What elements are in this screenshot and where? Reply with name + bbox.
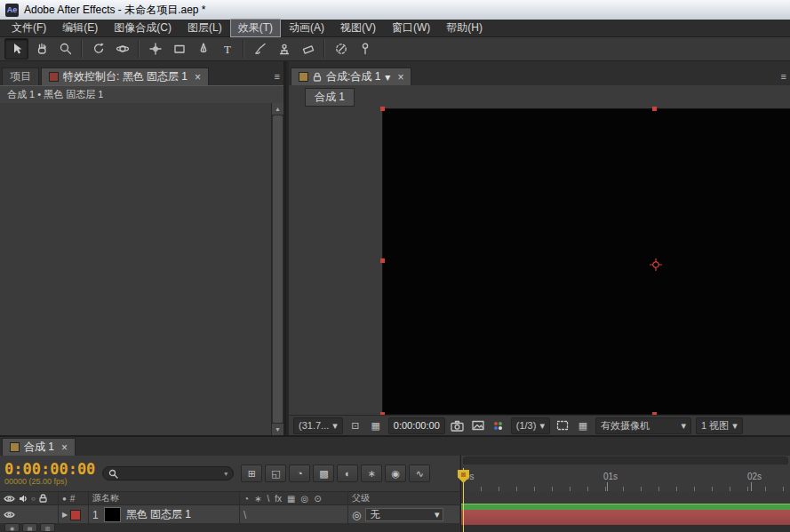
transparency-grid-icon[interactable]: ▦ [575, 418, 591, 433]
search-input[interactable] [122, 467, 220, 480]
timeline-search-box[interactable]: ▾ [102, 466, 234, 480]
tab-timeline-comp1[interactable]: 合成 1 × [2, 438, 76, 456]
show-snapshot-icon[interactable] [470, 418, 486, 433]
composition-canvas[interactable] [382, 108, 790, 415]
brainstorm-icon[interactable]: ∗ [361, 465, 382, 482]
layer-name[interactable]: 黑色 固态层 1 [126, 507, 191, 522]
rotation-tool[interactable] [87, 39, 109, 59]
puppet-pin-tool[interactable] [354, 39, 376, 59]
expand-transfer-controls-button[interactable]: ▤ [22, 523, 37, 532]
layer-switches-cell[interactable]: \ [240, 505, 348, 524]
hide-shy-layers-icon[interactable]: ◔ [289, 465, 310, 482]
grid-guides-icon[interactable]: ▦ [368, 418, 384, 433]
frame-blend-icon[interactable]: ▩ [313, 465, 334, 482]
zoom-tool[interactable] [54, 39, 76, 59]
menu-animation[interactable]: 动画(A) [281, 19, 332, 37]
scroll-down-icon[interactable]: ▼ [272, 423, 283, 435]
menu-view[interactable]: 视图(V) [332, 19, 384, 37]
magnification-dropdown[interactable]: (31.7... ▾ [293, 417, 343, 434]
clone-stamp-tool[interactable] [273, 39, 295, 59]
snapshot-camera-icon[interactable] [450, 418, 466, 433]
expand-layer-switches-button[interactable]: ◉ [4, 523, 20, 532]
type-tool[interactable]: T [216, 39, 238, 59]
tab-composition[interactable]: 合成:合成 1 ▾ × [291, 67, 411, 85]
panel-menu-icon[interactable]: ≡ [275, 71, 280, 82]
layer-duration-bar[interactable] [461, 510, 790, 526]
scroll-up-icon[interactable]: ▲ [272, 103, 283, 115]
close-icon[interactable]: × [61, 441, 68, 454]
pan-behind-tool[interactable] [144, 39, 166, 59]
close-icon[interactable]: × [195, 71, 201, 83]
composition-tab-strip: 合成:合成 1 ▾ × ≡ [289, 61, 790, 85]
anchor-point-crosshair[interactable] [650, 258, 662, 271]
roto-brush-tool[interactable] [330, 39, 352, 59]
menu-effect[interactable]: 效果(T) [230, 19, 281, 37]
left-panel-tab-strip: 项目 特效控制台: 黑色 固态层 1 × ≡ [0, 61, 283, 85]
safe-frames-icon[interactable]: ⊡ [347, 418, 363, 433]
panel-menu-icon[interactable]: ≡ [781, 71, 786, 82]
selection-handle-mid-left[interactable] [380, 258, 385, 263]
expand-in-out-button[interactable]: ▥ [40, 523, 55, 532]
quality-switch[interactable]: \ [243, 509, 246, 521]
resolution-dropdown[interactable]: (1/3) ▾ [511, 417, 550, 434]
lock-icon[interactable] [313, 72, 322, 82]
motion-blur-switch-icon: ◎ [300, 494, 308, 504]
menu-help[interactable]: 帮助(H) [438, 19, 491, 37]
source-name-header[interactable]: 源名称 [89, 492, 240, 504]
scrollbar-thumb[interactable] [273, 115, 283, 423]
graph-editor-icon[interactable]: ∿ [409, 465, 430, 482]
active-camera-dropdown[interactable]: 有效摄像机 ▾ [595, 417, 691, 434]
toolbar-divider [81, 40, 83, 58]
layer-av-cell [0, 505, 59, 524]
preview-timecode[interactable]: 0:00:00:00 [388, 417, 445, 434]
breadcrumb: 合成 1 • 黑色 固态层 1 [0, 85, 283, 104]
tab-project[interactable]: 项目 [2, 67, 39, 85]
time-ruler[interactable]: 0s 01s 02s [461, 465, 790, 492]
pickwhip-icon[interactable]: ◎ [352, 509, 361, 521]
tab-effect-controls[interactable]: 特效控制台: 黑色 固态层 1 × [41, 67, 209, 85]
chevron-down-icon: ▾ [681, 420, 686, 432]
layer-row[interactable]: ▶ 1 黑色 固态层 1 \ ◎ 无 [0, 505, 459, 525]
timeline-bottom-bar: ◉ ▤ ▥ [0, 523, 459, 532]
hand-tool[interactable] [30, 39, 52, 59]
selection-handle-top-center[interactable] [652, 107, 657, 111]
eye-icon[interactable] [4, 511, 15, 519]
chevron-down-icon: ▾ [332, 420, 338, 432]
expander-icon[interactable]: ▶ [62, 511, 68, 519]
brush-tool[interactable] [249, 39, 271, 59]
search-icon [108, 469, 118, 479]
draft-3d-icon[interactable]: ◱ [265, 465, 286, 482]
selection-handle-top-left[interactable] [380, 107, 385, 111]
view-layout-dropdown[interactable]: 1 视图 ▾ [696, 417, 743, 434]
viewer-tab-comp1[interactable]: 合成 1 [305, 88, 355, 107]
toolbar-divider [138, 40, 140, 58]
unified-camera-tool[interactable] [111, 39, 133, 59]
effect-controls-panel: 项目 特效控制台: 黑色 固态层 1 × ≡ 合成 1 • 黑色 固态层 1 ▲… [0, 61, 286, 435]
menu-file[interactable]: 文件(F) [4, 19, 54, 37]
menu-edit[interactable]: 编辑(E) [54, 19, 106, 37]
pen-tool[interactable] [192, 39, 214, 59]
channels-icon[interactable] [491, 418, 507, 433]
auto-keyframe-icon[interactable]: ◉ [385, 465, 406, 482]
motion-blur-icon[interactable]: ◐ [337, 465, 358, 482]
selection-tool[interactable] [4, 38, 28, 60]
comp-mini-flowchart-icon[interactable]: ⊞ [241, 465, 262, 482]
shape-tool[interactable] [168, 39, 190, 59]
menu-window[interactable]: 窗口(W) [384, 19, 438, 37]
vertical-scrollbar[interactable]: ▲ ▼ [271, 103, 283, 435]
close-icon[interactable]: × [397, 71, 403, 83]
menu-layer[interactable]: 图层(L) [180, 19, 230, 37]
title-bar[interactable]: Ae Adobe After Effects - 未命名项目.aep * [0, 0, 790, 20]
current-time-display[interactable]: 0:00:00:00 00000 (25.00 fps) [4, 462, 95, 486]
chevron-down-icon[interactable]: ▾ [385, 71, 390, 83]
menu-composition[interactable]: 图像合成(C) [106, 19, 180, 37]
timeline-panel: 合成 1 × 0:00:00:00 00000 (25.00 fps) ▾ [0, 435, 790, 532]
effect-controls-content[interactable]: ▲ ▼ [0, 103, 283, 435]
layer-name-cell[interactable]: 1 黑色 固态层 1 [89, 505, 240, 524]
chevron-down-icon[interactable]: ▾ [224, 470, 227, 478]
layer-label-color[interactable] [70, 510, 81, 520]
timecode-value[interactable]: 0:00:00:00 [4, 462, 95, 477]
region-of-interest-icon[interactable] [555, 418, 571, 433]
eraser-tool[interactable] [297, 39, 319, 59]
parent-dropdown[interactable]: 无 ▾ [365, 508, 443, 521]
